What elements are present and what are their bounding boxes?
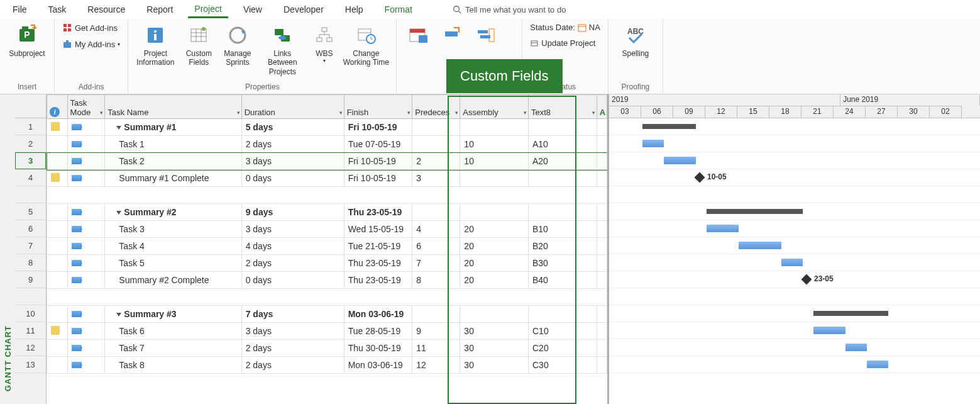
cell-assembly[interactable]	[460, 170, 529, 187]
menu-help[interactable]: Help	[339, 2, 370, 17]
row-number[interactable]: 10	[15, 305, 46, 322]
task-bar[interactable]	[867, 361, 888, 368]
gantt-row[interactable]	[609, 186, 980, 203]
cell-a[interactable]	[597, 221, 607, 238]
cell-name[interactable]: Task 4	[105, 238, 241, 255]
cell-assembly[interactable]: 30	[460, 323, 529, 340]
subproject-button[interactable]: P Subproject	[5, 21, 49, 60]
cell-indicator[interactable]	[47, 170, 68, 187]
table-row[interactable]: Task 5 2 days Thu 23-05-19 7 20 B30	[47, 255, 607, 272]
cell-text8[interactable]: C10	[529, 323, 597, 340]
status-date-button[interactable]: Status Date: NA	[527, 21, 603, 33]
cell-assembly[interactable]	[460, 306, 529, 323]
row-number[interactable]: 2	[15, 135, 46, 152]
milestone-marker[interactable]	[801, 274, 812, 285]
gantt-row[interactable]	[609, 288, 980, 305]
cell-a[interactable]	[597, 306, 607, 323]
cell-assembly[interactable]: 10	[460, 153, 529, 170]
cell-indicator[interactable]	[47, 119, 68, 136]
cell-predecessors[interactable]: 3	[412, 170, 460, 187]
gantt-row[interactable]	[609, 254, 980, 271]
cell-name[interactable]: Summary #3	[105, 306, 241, 323]
cell-mode[interactable]	[67, 238, 105, 255]
menu-project[interactable]: Project	[188, 1, 228, 18]
dropdown-icon[interactable]: ▾	[339, 109, 343, 116]
cell-name[interactable]: Task 2	[105, 153, 241, 170]
cell-text8[interactable]: A20	[529, 153, 597, 170]
cell-duration[interactable]: 7 days	[241, 306, 344, 323]
schedule-btn-3[interactable]	[470, 21, 501, 52]
cell-mode[interactable]	[67, 357, 105, 374]
cell-text8[interactable]: B30	[529, 255, 597, 272]
schedule-btn-2[interactable]	[436, 21, 467, 52]
gantt-row[interactable]: 10-05	[609, 169, 980, 186]
cell-predecessors[interactable]: 11	[412, 340, 460, 357]
links-between-projects-button[interactable]: Links Between Projects	[257, 21, 307, 79]
col-a[interactable]: A	[597, 95, 607, 119]
wbs-button[interactable]: WBS ▾	[310, 21, 338, 67]
table-row[interactable]: Task 8 2 days Mon 03-06-19 12 30 C30	[47, 357, 607, 374]
cell-mode[interactable]	[67, 340, 105, 357]
cell-assembly[interactable]: 20	[460, 221, 529, 238]
cell-mode[interactable]	[67, 136, 105, 153]
change-working-time-button[interactable]: Change Working Time	[341, 21, 391, 70]
task-grid[interactable]: i Task Mode▾ Task Name▾ Duration▾ Finish…	[47, 94, 609, 404]
table-row[interactable]: Summary #1 5 days Fri 10-05-19	[47, 119, 607, 136]
task-bar[interactable]	[664, 157, 696, 164]
cell-a[interactable]	[597, 238, 607, 255]
cell-name[interactable]: Summary #2	[105, 204, 241, 221]
row-number[interactable]	[15, 186, 46, 203]
row-number[interactable]: 11	[15, 322, 46, 339]
cell-mode[interactable]	[67, 306, 105, 323]
cell-finish[interactable]: Thu 23-05-19	[344, 204, 412, 221]
spelling-button[interactable]: ABC Spelling	[614, 21, 658, 60]
table-row[interactable]	[47, 187, 607, 204]
cell-indicator[interactable]	[47, 340, 68, 357]
cell-indicator[interactable]	[47, 153, 68, 170]
cell-finish[interactable]: Thu 30-05-19	[344, 340, 412, 357]
project-information-button[interactable]: Project Information	[133, 21, 177, 70]
cell-finish[interactable]: Wed 15-05-19	[344, 221, 412, 238]
cell-name[interactable]: Task 5	[105, 255, 241, 272]
summary-bar[interactable]	[813, 311, 888, 316]
cell-a[interactable]	[597, 323, 607, 340]
cell-text8[interactable]: C20	[529, 340, 597, 357]
col-predecessors[interactable]: Predeces▾	[412, 95, 460, 119]
cell-predecessors[interactable]	[412, 136, 460, 153]
cell-assembly[interactable]: 30	[460, 357, 529, 374]
expand-icon[interactable]	[116, 313, 121, 317]
cell-finish[interactable]: Tue 21-05-19	[344, 238, 412, 255]
row-number[interactable]: 8	[15, 254, 46, 271]
cell-finish[interactable]: Fri 10-05-19	[344, 153, 412, 170]
row-number[interactable]: 4	[15, 169, 46, 186]
col-assembly[interactable]: Assembly▾	[460, 95, 529, 119]
cell-predecessors[interactable]: 9	[412, 323, 460, 340]
cell-predecessors[interactable]: 6	[412, 238, 460, 255]
col-name[interactable]: Task Name▾	[105, 95, 241, 119]
cell-predecessors[interactable]: 8	[412, 272, 460, 289]
table-row[interactable]: Task 6 3 days Tue 28-05-19 9 30 C10	[47, 323, 607, 340]
cell-name[interactable]: Task 1	[105, 136, 241, 153]
row-number[interactable]: 7	[15, 237, 46, 254]
cell-finish[interactable]: Thu 23-05-19	[344, 272, 412, 289]
cell-mode[interactable]	[67, 119, 105, 136]
cell-a[interactable]	[597, 272, 607, 289]
cell-predecessors[interactable]: 4	[412, 221, 460, 238]
task-bar[interactable]	[739, 242, 781, 249]
table-row[interactable]: Task 7 2 days Thu 30-05-19 11 30 C20	[47, 340, 607, 357]
cell-text8[interactable]: B40	[529, 272, 597, 289]
cell-duration[interactable]: 5 days	[241, 119, 344, 136]
row-number[interactable]	[15, 288, 46, 305]
cell-mode[interactable]	[67, 221, 105, 238]
cell-assembly[interactable]: 20	[460, 238, 529, 255]
cell-assembly[interactable]: 10	[460, 136, 529, 153]
cell-name[interactable]: Task 7	[105, 340, 241, 357]
dropdown-icon[interactable]: ▾	[592, 109, 595, 116]
cell-mode[interactable]	[67, 272, 105, 289]
task-bar[interactable]	[642, 140, 664, 147]
cell-a[interactable]	[597, 357, 607, 374]
cell-assembly[interactable]	[460, 204, 529, 221]
gantt-row[interactable]	[609, 203, 980, 220]
row-number[interactable]: 13	[15, 356, 46, 373]
cell-duration[interactable]: 2 days	[241, 136, 344, 153]
